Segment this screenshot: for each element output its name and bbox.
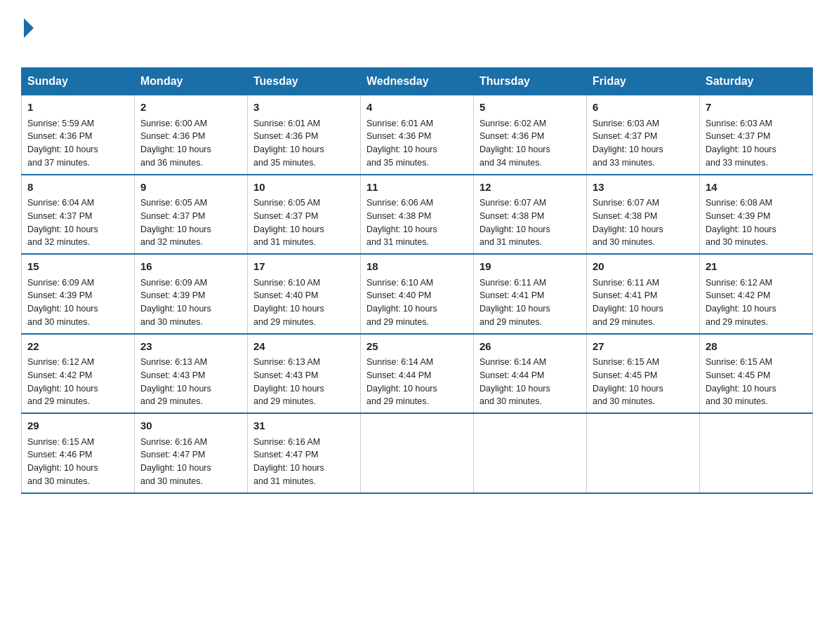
- day-of-week-wednesday: Wednesday: [361, 68, 474, 95]
- day-number: 10: [253, 180, 355, 196]
- calendar-header: SundayMondayTuesdayWednesdayThursdayFrid…: [22, 68, 813, 95]
- calendar-cell: 22 Sunrise: 6:12 AM Sunset: 4:42 PM Dayl…: [22, 334, 135, 414]
- day-info: Sunrise: 6:15 AM Sunset: 4:45 PM Dayligh…: [593, 356, 694, 408]
- week-row-4: 22 Sunrise: 6:12 AM Sunset: 4:42 PM Dayl…: [22, 334, 813, 414]
- day-number: 7: [706, 100, 807, 116]
- page-header: [21, 14, 813, 60]
- day-number: 8: [27, 180, 128, 196]
- day-of-week-friday: Friday: [587, 68, 700, 95]
- calendar-cell: 15 Sunrise: 6:09 AM Sunset: 4:39 PM Dayl…: [22, 254, 135, 334]
- day-info: Sunrise: 6:03 AM Sunset: 4:37 PM Dayligh…: [706, 117, 807, 170]
- calendar-cell: 14 Sunrise: 6:08 AM Sunset: 4:39 PM Dayl…: [700, 175, 813, 255]
- day-info: Sunrise: 6:05 AM Sunset: 4:37 PM Dayligh…: [140, 196, 241, 249]
- day-number: 29: [27, 418, 128, 434]
- calendar-cell: 10 Sunrise: 6:05 AM Sunset: 4:37 PM Dayl…: [248, 175, 361, 255]
- logo-arrow-icon: [24, 18, 34, 38]
- day-number: 5: [479, 100, 581, 116]
- day-number: 11: [366, 180, 468, 196]
- calendar-cell: 31 Sunrise: 6:16 AM Sunset: 4:47 PM Dayl…: [248, 413, 361, 493]
- calendar-cell: 16 Sunrise: 6:09 AM Sunset: 4:39 PM Dayl…: [135, 254, 248, 334]
- day-info: Sunrise: 6:14 AM Sunset: 4:44 PM Dayligh…: [479, 356, 581, 408]
- calendar-cell: 26 Sunrise: 6:14 AM Sunset: 4:44 PM Dayl…: [474, 334, 587, 414]
- day-number: 9: [140, 180, 241, 196]
- calendar-cell: 24 Sunrise: 6:13 AM Sunset: 4:43 PM Dayl…: [248, 334, 361, 414]
- day-number: 23: [140, 339, 241, 355]
- calendar-cell: 18 Sunrise: 6:10 AM Sunset: 4:40 PM Dayl…: [361, 254, 474, 334]
- calendar-cell: 17 Sunrise: 6:10 AM Sunset: 4:40 PM Dayl…: [248, 254, 361, 334]
- logo: [21, 21, 34, 60]
- day-number: 28: [706, 339, 807, 355]
- day-number: 13: [593, 180, 694, 196]
- day-info: Sunrise: 6:09 AM Sunset: 4:39 PM Dayligh…: [140, 276, 241, 329]
- day-number: 16: [140, 259, 241, 275]
- calendar-cell: 30 Sunrise: 6:16 AM Sunset: 4:47 PM Dayl…: [135, 413, 248, 493]
- calendar-cell: 19 Sunrise: 6:11 AM Sunset: 4:41 PM Dayl…: [474, 254, 587, 334]
- day-number: 18: [366, 259, 468, 275]
- day-info: Sunrise: 6:13 AM Sunset: 4:43 PM Dayligh…: [140, 356, 241, 408]
- day-number: 27: [593, 339, 694, 355]
- calendar-cell: [587, 413, 700, 493]
- day-info: Sunrise: 6:13 AM Sunset: 4:43 PM Dayligh…: [253, 356, 355, 408]
- week-row-5: 29 Sunrise: 6:15 AM Sunset: 4:46 PM Dayl…: [22, 413, 813, 493]
- day-info: Sunrise: 6:10 AM Sunset: 4:40 PM Dayligh…: [253, 276, 355, 329]
- day-number: 15: [27, 259, 128, 275]
- days-of-week-row: SundayMondayTuesdayWednesdayThursdayFrid…: [22, 68, 813, 95]
- calendar-cell: 21 Sunrise: 6:12 AM Sunset: 4:42 PM Dayl…: [700, 254, 813, 334]
- day-number: 20: [593, 259, 694, 275]
- calendar-cell: 1 Sunrise: 5:59 AM Sunset: 4:36 PM Dayli…: [22, 95, 135, 175]
- day-info: Sunrise: 6:09 AM Sunset: 4:39 PM Dayligh…: [27, 276, 128, 329]
- day-info: Sunrise: 6:16 AM Sunset: 4:47 PM Dayligh…: [253, 436, 355, 488]
- day-info: Sunrise: 6:00 AM Sunset: 4:36 PM Dayligh…: [140, 117, 241, 170]
- calendar-cell: 6 Sunrise: 6:03 AM Sunset: 4:37 PM Dayli…: [587, 95, 700, 175]
- day-number: 30: [140, 418, 241, 434]
- day-number: 17: [253, 259, 355, 275]
- day-number: 12: [479, 180, 581, 196]
- calendar-cell: 12 Sunrise: 6:07 AM Sunset: 4:38 PM Dayl…: [474, 175, 587, 255]
- day-info: Sunrise: 6:11 AM Sunset: 4:41 PM Dayligh…: [479, 276, 581, 329]
- calendar-cell: [474, 413, 587, 493]
- day-info: Sunrise: 6:02 AM Sunset: 4:36 PM Dayligh…: [479, 117, 581, 170]
- day-of-week-saturday: Saturday: [700, 68, 813, 95]
- calendar-cell: 5 Sunrise: 6:02 AM Sunset: 4:36 PM Dayli…: [474, 95, 587, 175]
- day-info: Sunrise: 6:14 AM Sunset: 4:44 PM Dayligh…: [366, 356, 468, 408]
- day-number: 22: [27, 339, 128, 355]
- calendar-cell: 27 Sunrise: 6:15 AM Sunset: 4:45 PM Dayl…: [587, 334, 700, 414]
- calendar-cell: 2 Sunrise: 6:00 AM Sunset: 4:36 PM Dayli…: [135, 95, 248, 175]
- day-of-week-tuesday: Tuesday: [248, 68, 361, 95]
- day-number: 2: [140, 100, 241, 116]
- day-info: Sunrise: 6:05 AM Sunset: 4:37 PM Dayligh…: [253, 196, 355, 249]
- calendar-cell: 11 Sunrise: 6:06 AM Sunset: 4:38 PM Dayl…: [361, 175, 474, 255]
- calendar-cell: 9 Sunrise: 6:05 AM Sunset: 4:37 PM Dayli…: [135, 175, 248, 255]
- day-info: Sunrise: 6:11 AM Sunset: 4:41 PM Dayligh…: [593, 276, 694, 329]
- week-row-2: 8 Sunrise: 6:04 AM Sunset: 4:37 PM Dayli…: [22, 175, 813, 255]
- week-row-1: 1 Sunrise: 5:59 AM Sunset: 4:36 PM Dayli…: [22, 95, 813, 175]
- day-info: Sunrise: 6:01 AM Sunset: 4:36 PM Dayligh…: [253, 117, 355, 170]
- day-of-week-monday: Monday: [135, 68, 248, 95]
- day-info: Sunrise: 6:07 AM Sunset: 4:38 PM Dayligh…: [479, 196, 581, 249]
- day-number: 4: [366, 100, 468, 116]
- calendar-cell: 20 Sunrise: 6:11 AM Sunset: 4:41 PM Dayl…: [587, 254, 700, 334]
- day-number: 14: [706, 180, 807, 196]
- day-number: 6: [593, 100, 694, 116]
- calendar-cell: 28 Sunrise: 6:15 AM Sunset: 4:45 PM Dayl…: [700, 334, 813, 414]
- calendar-cell: 3 Sunrise: 6:01 AM Sunset: 4:36 PM Dayli…: [248, 95, 361, 175]
- logo-blue-text: [21, 38, 24, 60]
- day-number: 24: [253, 339, 355, 355]
- day-info: Sunrise: 6:07 AM Sunset: 4:38 PM Dayligh…: [593, 196, 694, 249]
- day-number: 3: [253, 100, 355, 116]
- day-info: Sunrise: 6:06 AM Sunset: 4:38 PM Dayligh…: [366, 196, 468, 249]
- day-number: 21: [706, 259, 807, 275]
- day-number: 26: [479, 339, 581, 355]
- day-of-week-sunday: Sunday: [22, 68, 135, 95]
- day-number: 25: [366, 339, 468, 355]
- calendar-cell: [361, 413, 474, 493]
- day-info: Sunrise: 6:01 AM Sunset: 4:36 PM Dayligh…: [366, 117, 468, 170]
- day-info: Sunrise: 6:15 AM Sunset: 4:46 PM Dayligh…: [27, 436, 128, 488]
- week-row-3: 15 Sunrise: 6:09 AM Sunset: 4:39 PM Dayl…: [22, 254, 813, 334]
- day-info: Sunrise: 6:04 AM Sunset: 4:37 PM Dayligh…: [27, 196, 128, 249]
- day-info: Sunrise: 6:15 AM Sunset: 4:45 PM Dayligh…: [706, 356, 807, 408]
- logo-general: [21, 21, 34, 38]
- calendar-table: SundayMondayTuesdayWednesdayThursdayFrid…: [21, 67, 813, 494]
- day-number: 19: [479, 259, 581, 275]
- calendar-body: 1 Sunrise: 5:59 AM Sunset: 4:36 PM Dayli…: [22, 95, 813, 493]
